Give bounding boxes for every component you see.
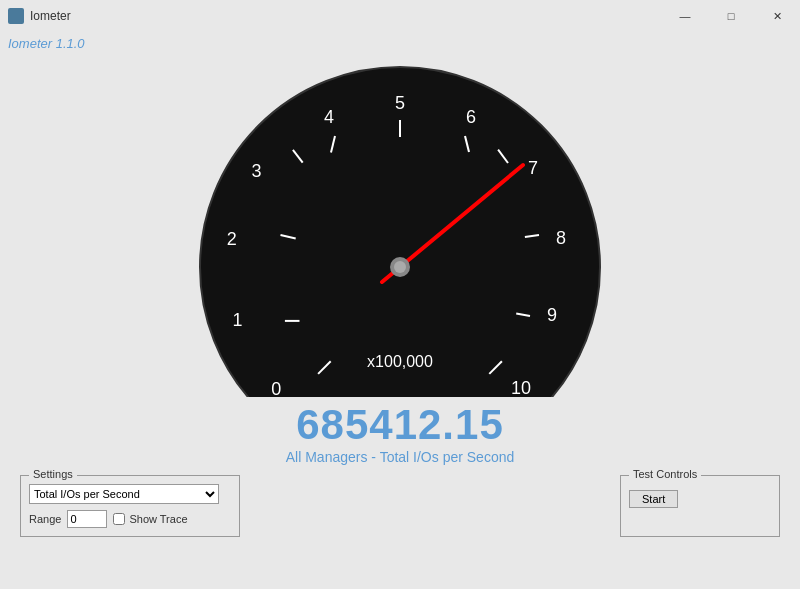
test-controls-panel: Test Controls Start <box>620 475 780 537</box>
tick-3: 3 <box>251 161 261 181</box>
show-trace-label[interactable]: Show Trace <box>113 513 187 525</box>
app-icon <box>8 8 24 24</box>
tick-5: 5 <box>395 93 405 113</box>
tick-7: 7 <box>528 158 538 178</box>
tick-8: 8 <box>556 228 566 248</box>
start-button[interactable]: Start <box>629 490 678 508</box>
tick-1: 1 <box>233 310 243 330</box>
range-label: Range <box>29 513 61 525</box>
tick-4: 4 <box>324 107 334 127</box>
maximize-button[interactable]: □ <box>708 0 754 32</box>
tick-2: 2 <box>227 229 237 249</box>
title-bar-text: Iometer <box>30 9 71 23</box>
show-trace-text: Show Trace <box>129 513 187 525</box>
range-input[interactable] <box>67 510 107 528</box>
tick-9: 9 <box>547 305 557 325</box>
settings-row: Range Show Trace <box>29 510 231 528</box>
show-trace-checkbox[interactable] <box>113 513 125 525</box>
title-bar-controls: — □ ✕ <box>662 0 800 32</box>
gauge-description: All Managers - Total I/Os per Second <box>286 449 515 465</box>
gauge-value: 685412.15 <box>296 401 504 449</box>
tick-6: 6 <box>466 107 476 127</box>
test-controls-legend: Test Controls <box>629 468 701 480</box>
needle-pivot-inner <box>394 261 406 273</box>
minimize-button[interactable]: — <box>662 0 708 32</box>
gauge-wrapper: 0 1 2 3 <box>140 57 660 465</box>
version-label: Iometer 1.1.0 <box>8 36 792 51</box>
gauge-svg: 0 1 2 3 <box>140 57 660 397</box>
tick-10: 10 <box>511 378 531 397</box>
title-bar: Iometer — □ ✕ <box>0 0 800 32</box>
tick-0: 0 <box>271 379 281 397</box>
gauge-container: 0 1 2 3 <box>8 57 792 465</box>
close-button[interactable]: ✕ <box>754 0 800 32</box>
metric-select[interactable]: Total I/Os per Second Total MBs per Seco… <box>29 484 219 504</box>
svg-point-0 <box>200 67 600 397</box>
bottom-panels: Settings Total I/Os per Second Total MBs… <box>8 471 792 541</box>
app-content: Iometer 1.1.0 <box>0 32 800 545</box>
settings-panel: Settings Total I/Os per Second Total MBs… <box>20 475 240 537</box>
scale-label: x100,000 <box>367 353 433 370</box>
settings-legend: Settings <box>29 468 77 480</box>
